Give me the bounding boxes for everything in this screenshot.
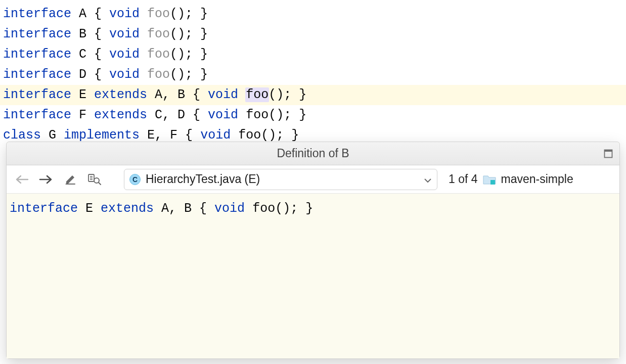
- code-line[interactable]: interface C { void foo(); }: [3, 44, 623, 65]
- code-editor[interactable]: interface A { void foo(); }interface B {…: [0, 0, 626, 146]
- code-line[interactable]: interface E extends A, B { void foo(); }: [0, 85, 626, 105]
- definition-popup: Definition of B: [6, 142, 620, 146]
- code-line[interactable]: interface D { void foo(); }: [3, 65, 623, 85]
- code-line[interactable]: interface B { void foo(); }: [3, 24, 623, 44]
- popup-titlebar: Definition of B: [7, 142, 619, 146]
- code-line[interactable]: interface A { void foo(); }: [3, 4, 623, 24]
- code-line[interactable]: interface F extends C, D { void foo(); }: [3, 105, 623, 125]
